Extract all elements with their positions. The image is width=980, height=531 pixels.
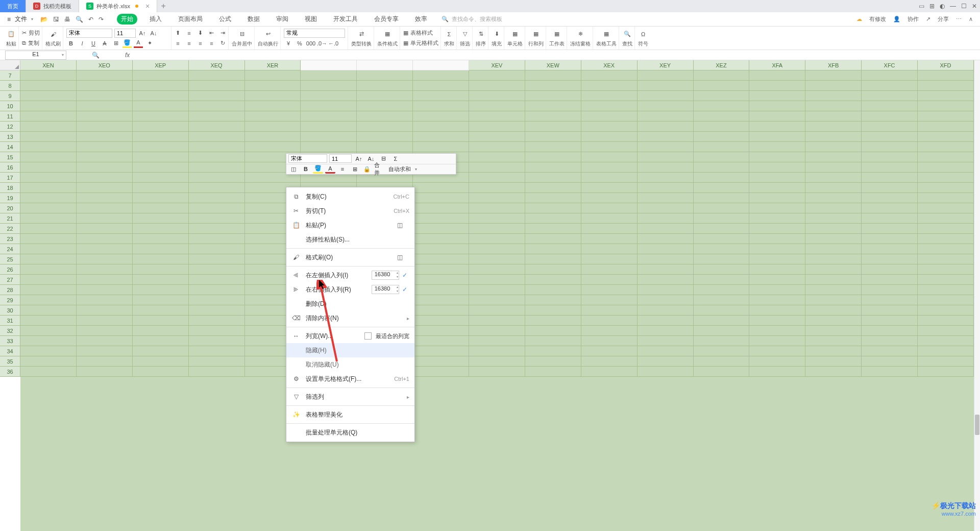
dec-dec-icon[interactable]: ←.0 bbox=[329, 39, 338, 48]
cell[interactable] bbox=[357, 81, 413, 91]
cell[interactable] bbox=[638, 81, 694, 91]
align-justify-icon[interactable]: ≡ bbox=[207, 39, 216, 48]
cell[interactable] bbox=[413, 183, 469, 193]
cell[interactable] bbox=[581, 91, 638, 101]
cell[interactable] bbox=[581, 264, 638, 275]
cell[interactable] bbox=[862, 213, 918, 224]
cell[interactable] bbox=[805, 142, 862, 152]
number-format-select[interactable] bbox=[284, 29, 345, 38]
cell[interactable] bbox=[749, 244, 805, 254]
type-convert-icon[interactable]: ⇄ bbox=[359, 31, 364, 37]
cell[interactable] bbox=[525, 132, 581, 142]
cell[interactable] bbox=[749, 346, 805, 356]
cell[interactable] bbox=[189, 111, 245, 122]
row-header[interactable]: 7 bbox=[0, 70, 20, 81]
cell[interactable] bbox=[77, 152, 133, 162]
cell[interactable] bbox=[133, 173, 189, 183]
skin-icon[interactable]: ◐ bbox=[940, 3, 945, 10]
cell[interactable] bbox=[805, 244, 862, 254]
column-header[interactable]: XFA bbox=[749, 60, 805, 70]
fx-icon[interactable]: fx bbox=[125, 52, 130, 59]
cell[interactable] bbox=[413, 213, 469, 224]
mini-font-select[interactable] bbox=[288, 154, 327, 163]
cell[interactable] bbox=[189, 275, 245, 285]
cell[interactable] bbox=[20, 203, 77, 213]
cell[interactable] bbox=[694, 183, 750, 193]
cell[interactable] bbox=[77, 132, 133, 142]
cell[interactable] bbox=[749, 285, 805, 295]
cell[interactable] bbox=[469, 367, 525, 377]
cell[interactable] bbox=[581, 346, 638, 356]
ctx-insert-right[interactable]: ⫸在右侧插入列(R)16380✓ bbox=[286, 282, 414, 297]
cell[interactable] bbox=[469, 152, 525, 162]
cell[interactable] bbox=[469, 101, 525, 111]
cell[interactable] bbox=[694, 295, 750, 305]
cell[interactable] bbox=[301, 81, 357, 91]
cell[interactable] bbox=[805, 81, 862, 91]
cell[interactable] bbox=[20, 81, 77, 91]
name-box[interactable]: E1 bbox=[5, 51, 66, 60]
cell[interactable] bbox=[20, 244, 77, 254]
font-color-icon[interactable]: A bbox=[134, 39, 143, 48]
cell[interactable] bbox=[694, 101, 750, 111]
cell[interactable] bbox=[20, 224, 77, 234]
cell[interactable] bbox=[413, 111, 469, 122]
cell[interactable] bbox=[918, 162, 974, 173]
cell[interactable] bbox=[20, 254, 77, 264]
cell[interactable] bbox=[189, 162, 245, 173]
cell[interactable] bbox=[20, 111, 77, 122]
cell[interactable] bbox=[862, 275, 918, 285]
ctx-hide[interactable]: 隐藏(H) bbox=[286, 343, 414, 357]
cond-format-icon[interactable]: ▦ bbox=[385, 31, 390, 37]
cell[interactable] bbox=[805, 234, 862, 244]
cell[interactable] bbox=[749, 142, 805, 152]
ctx-beautify[interactable]: ✨表格整理美化 bbox=[286, 407, 414, 422]
cell[interactable] bbox=[694, 203, 750, 213]
cell[interactable] bbox=[20, 122, 77, 132]
row-header[interactable]: 13 bbox=[0, 132, 20, 142]
cell[interactable] bbox=[918, 142, 974, 152]
cell[interactable] bbox=[694, 305, 750, 316]
cell[interactable] bbox=[862, 285, 918, 295]
cell[interactable] bbox=[133, 213, 189, 224]
cell[interactable] bbox=[805, 162, 862, 173]
cell[interactable] bbox=[469, 213, 525, 224]
cell[interactable] bbox=[469, 346, 525, 356]
wrap-text-icon[interactable]: ↩ bbox=[266, 31, 271, 37]
bold-icon[interactable]: B bbox=[66, 39, 76, 48]
row-header[interactable]: 23 bbox=[0, 234, 20, 244]
cell[interactable] bbox=[805, 295, 862, 305]
column-header[interactable]: XEX bbox=[581, 60, 638, 70]
cell[interactable] bbox=[918, 213, 974, 224]
cell[interactable] bbox=[77, 111, 133, 122]
cell[interactable] bbox=[245, 101, 301, 111]
cell[interactable] bbox=[581, 213, 638, 224]
cell[interactable] bbox=[749, 316, 805, 326]
cell[interactable] bbox=[749, 264, 805, 275]
row-header[interactable]: 26 bbox=[0, 264, 20, 275]
cell[interactable] bbox=[581, 193, 638, 203]
cell[interactable] bbox=[862, 122, 918, 132]
mini-fill-color-icon[interactable]: 🪣 bbox=[313, 164, 323, 174]
track-changes-label[interactable]: 有修改 bbox=[869, 15, 886, 23]
cell[interactable] bbox=[469, 193, 525, 203]
tile-icon[interactable]: ▭ bbox=[919, 3, 924, 10]
ctx-insert-left[interactable]: ⫷在左侧插入列(I)16380✓ bbox=[286, 268, 414, 282]
cell[interactable] bbox=[525, 295, 581, 305]
cell[interactable] bbox=[301, 132, 357, 142]
cell[interactable] bbox=[133, 101, 189, 111]
cell[interactable] bbox=[469, 234, 525, 244]
cell[interactable] bbox=[694, 367, 750, 377]
cell[interactable] bbox=[918, 254, 974, 264]
row-header[interactable]: 14 bbox=[0, 142, 20, 152]
cell[interactable] bbox=[805, 183, 862, 193]
cell[interactable] bbox=[77, 203, 133, 213]
cell[interactable] bbox=[133, 132, 189, 142]
row-header[interactable]: 36 bbox=[0, 367, 20, 377]
cell[interactable] bbox=[189, 70, 245, 81]
align-middle-icon[interactable]: ≡ bbox=[185, 29, 194, 38]
cell[interactable] bbox=[133, 122, 189, 132]
border-icon[interactable]: ⊞ bbox=[111, 39, 120, 48]
ctx-delete[interactable]: 删除(D) bbox=[286, 297, 414, 311]
format-painter-icon[interactable]: 🖌 bbox=[51, 31, 56, 37]
